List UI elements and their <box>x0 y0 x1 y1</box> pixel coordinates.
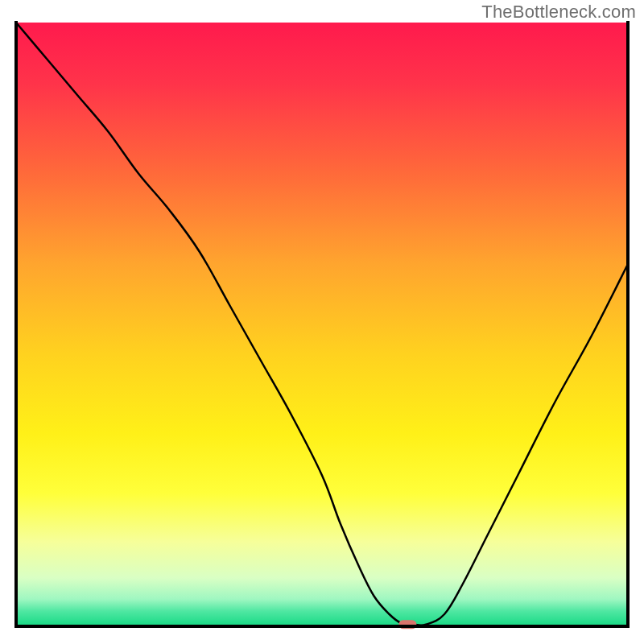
watermark-label: TheBottleneck.com <box>481 2 636 23</box>
chart-background <box>16 23 628 626</box>
bottleneck-chart <box>0 0 644 644</box>
